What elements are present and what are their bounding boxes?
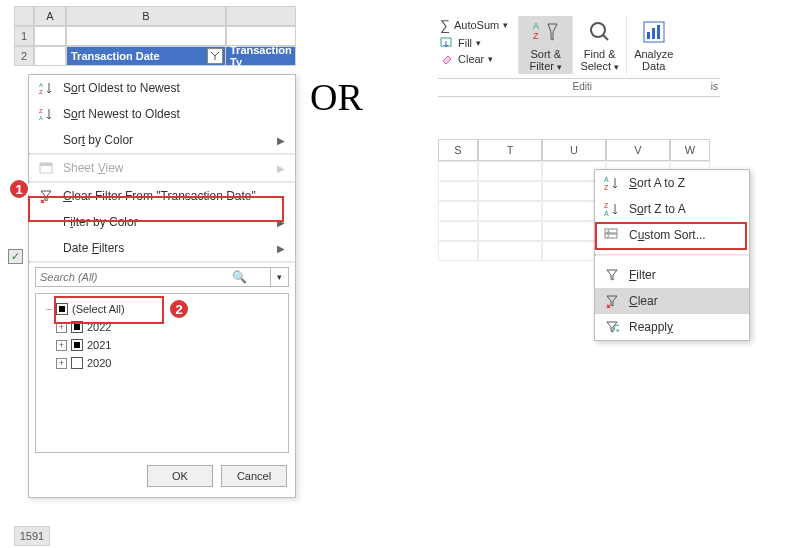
sort-descending-icon: ZA [603, 200, 621, 218]
reapply[interactable]: Reapply [595, 314, 749, 340]
label: Sort A to Z [629, 176, 685, 190]
filter[interactable]: Filter [595, 262, 749, 288]
group-label-editing: Editi [438, 81, 596, 92]
fill-icon [440, 37, 454, 49]
table-header-transaction-date[interactable]: Transaction Date [66, 46, 226, 66]
year-item[interactable]: + 2020 [42, 354, 282, 372]
label: Sort & Filter ▾ [523, 48, 568, 72]
sheet-view: Sheet View ▶ [29, 155, 295, 181]
or-label: OR [310, 75, 363, 119]
col-header[interactable]: U [542, 139, 606, 161]
sort-by-color[interactable]: Sort by Color ▶ [29, 127, 295, 153]
sort-ascending-icon: AZ [37, 79, 55, 97]
callout-badge-2: 2 [168, 298, 190, 320]
highlight-select-all [54, 296, 164, 324]
sort-oldest-newest[interactable]: AZ Sort Oldest to Newest [29, 75, 295, 101]
sort-za[interactable]: ZA Sort Z to A [595, 196, 749, 222]
expand-icon[interactable]: + [56, 358, 67, 369]
sort-filter-dropdown: AZ Sort A to Z ZA Sort Z to A AZ Custom … [594, 169, 750, 341]
col-headers-row: S T U V W [438, 139, 720, 161]
cell-C1[interactable] [226, 26, 296, 46]
search-icon: 🔍 [232, 270, 247, 284]
filter-search-row: 🔍 ▾ [29, 263, 295, 291]
col-header[interactable]: S [438, 139, 478, 161]
clear[interactable]: Clear [595, 288, 749, 314]
find-select-button[interactable]: Find & Select ▾ [572, 16, 626, 74]
chevron-down-icon: ▾ [488, 54, 493, 64]
sort-filter-icon: AZ [532, 18, 560, 46]
chevron-down-icon: ▾ [277, 272, 282, 282]
col-header-B[interactable]: B [66, 6, 226, 26]
svg-rect-13 [657, 25, 660, 39]
svg-rect-12 [652, 28, 655, 39]
tree-label: 2020 [87, 357, 111, 369]
menu-label: Sheet View [63, 161, 124, 175]
col-header[interactable]: T [478, 139, 542, 161]
ok-button[interactable]: OK [147, 465, 213, 487]
svg-text:Z: Z [604, 202, 609, 209]
magnifier-icon [586, 18, 614, 46]
eraser-icon [440, 53, 454, 65]
sort-newest-oldest[interactable]: ZA Sort Newest to Oldest [29, 101, 295, 127]
analyze-data-button[interactable]: Analyze Data [626, 16, 680, 74]
chevron-down-icon: ▾ [503, 20, 508, 30]
row-header-1[interactable]: 1 [14, 26, 34, 46]
svg-text:Z: Z [533, 31, 539, 41]
year-item[interactable]: + 2021 [42, 336, 282, 354]
sort-ascending-icon: AZ [603, 174, 621, 192]
svg-text:A: A [604, 176, 609, 183]
label: AutoSum [454, 19, 499, 31]
tree-label: 2021 [87, 339, 111, 351]
sort-filter-button[interactable]: AZ Sort & Filter ▾ [518, 16, 572, 74]
label: Fill [458, 37, 472, 49]
cell-B1[interactable] [66, 26, 226, 46]
expand-icon[interactable]: + [56, 340, 67, 351]
svg-text:Z: Z [39, 89, 43, 95]
funnel-icon [603, 266, 621, 284]
checkbox-icon[interactable] [71, 357, 83, 369]
filter-context-menu: AZ Sort Oldest to Newest ZA Sort Newest … [28, 74, 296, 498]
date-filters[interactable]: Date Filters ▶ [29, 235, 295, 261]
ribbon-group-labels: Editi is [438, 79, 720, 97]
svg-text:Z: Z [39, 108, 43, 114]
reapply-funnel-icon [603, 318, 621, 336]
menu-label: Date Filters [63, 241, 124, 255]
cancel-button[interactable]: Cancel [221, 465, 287, 487]
label: Reapply [629, 320, 673, 334]
clear-button[interactable]: Clear ▾ [438, 52, 510, 66]
menu-label: Sort by Color [63, 133, 133, 147]
filter-dropdown-button[interactable] [207, 48, 223, 64]
table-header-label: Transaction Ty [230, 44, 295, 68]
row-header-2[interactable]: 2 [14, 46, 34, 66]
cell-A2[interactable] [34, 46, 66, 66]
group-label-analysis: is [596, 81, 720, 92]
col-header-A[interactable]: A [34, 6, 66, 26]
label: Find & Select ▾ [577, 48, 622, 72]
svg-text:A: A [39, 82, 43, 88]
checkbox-icon[interactable] [71, 339, 83, 351]
autosum-button[interactable]: ∑ AutoSum ▾ [438, 16, 510, 34]
sort-az[interactable]: AZ Sort A to Z [595, 170, 749, 196]
fill-button[interactable]: Fill ▾ [438, 36, 510, 50]
row-header-1591[interactable]: 1591 [14, 526, 50, 546]
sort-descending-icon: ZA [37, 105, 55, 123]
highlight-clear-dropdown [595, 222, 747, 250]
menu-separator [595, 254, 749, 256]
col-header-C[interactable] [226, 6, 296, 26]
filter-search-dropdown[interactable]: ▾ [271, 267, 289, 287]
select-all-corner[interactable] [14, 6, 34, 26]
cell-A1[interactable] [34, 26, 66, 46]
svg-text:A: A [39, 115, 43, 121]
menu-label: Sort Oldest to Newest [63, 81, 180, 95]
label: Analyze Data [631, 48, 676, 72]
menu-label: Sort Newest to Oldest [63, 107, 180, 121]
col-header[interactable]: W [670, 139, 710, 161]
clear-funnel-icon [603, 292, 621, 310]
outline-collapse-checkbox[interactable]: ✓ [8, 249, 23, 264]
sheet-view-icon [37, 159, 55, 177]
chevron-down-icon: ▾ [476, 38, 481, 48]
table-header-transaction-type[interactable]: Transaction Ty [226, 46, 296, 66]
sigma-icon: ∑ [440, 17, 450, 33]
svg-text:A: A [604, 210, 609, 217]
col-header[interactable]: V [606, 139, 670, 161]
